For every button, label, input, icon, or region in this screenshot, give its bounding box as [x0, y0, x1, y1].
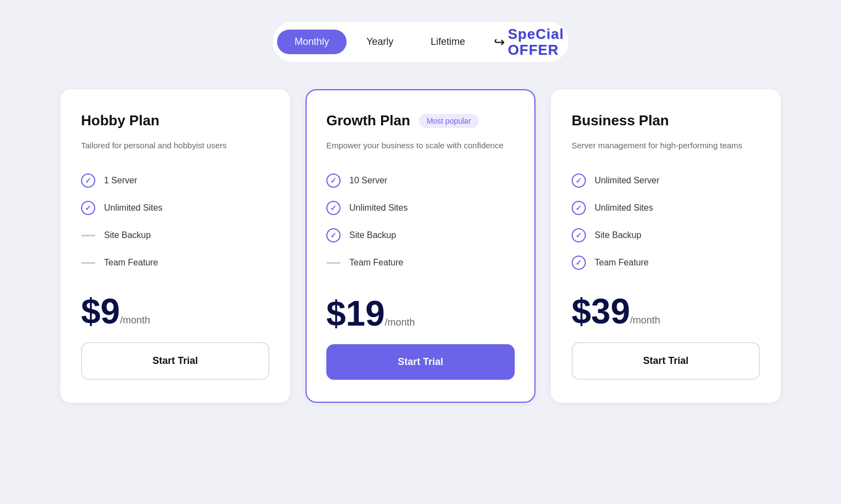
price-section-growth: $19/month [326, 296, 515, 331]
tab-yearly[interactable]: Yearly [349, 30, 411, 54]
plan-header-growth: Growth Plan Most popular [326, 112, 515, 129]
check-icon [81, 173, 95, 188]
feature-item: Site Backup [326, 222, 515, 249]
plan-name-hobby: Hobby Plan [81, 112, 159, 129]
most-popular-badge: Most popular [419, 114, 479, 128]
price-amount-growth: $19 [326, 294, 385, 333]
billing-toggle: Monthly Yearly Lifetime ↪ SpeCial OFFER [273, 22, 568, 62]
special-offer: ↪ SpeCial OFFER [494, 26, 564, 57]
check-icon [572, 201, 586, 215]
feature-label: Unlimited Sites [349, 203, 408, 213]
special-offer-text: SpeCial OFFER [508, 26, 564, 57]
tab-monthly[interactable]: Monthly [277, 30, 347, 54]
feature-label: 10 Server [349, 176, 387, 186]
feature-label: Unlimited Sites [595, 203, 653, 213]
feature-item: Team Feature [572, 249, 760, 276]
tab-lifetime[interactable]: Lifetime [413, 30, 483, 54]
plan-name-growth: Growth Plan [326, 112, 410, 129]
feature-item: Site Backup [81, 222, 269, 249]
plan-description-business: Server management for high-performing te… [572, 139, 760, 152]
price-amount-business: $39 [572, 292, 630, 331]
arrow-icon: ↪ [494, 34, 505, 50]
features-list-business: Unlimited Server Unlimited Sites Site Ba… [572, 167, 760, 276]
check-icon [326, 228, 341, 242]
price-section-business: $39/month [572, 294, 760, 329]
dash-icon [81, 256, 95, 270]
plan-header-hobby: Hobby Plan [81, 112, 269, 129]
feature-item: 10 Server [326, 167, 515, 194]
check-icon [81, 201, 95, 215]
plan-card-business: Business Plan Server management for high… [551, 89, 781, 403]
plan-description-growth: Empower your business to scale with conf… [326, 139, 515, 152]
features-list-hobby: 1 Server Unlimited Sites Site Backup [81, 167, 269, 276]
feature-label: Team Feature [349, 258, 404, 268]
check-icon [326, 201, 341, 215]
feature-item: Site Backup [572, 222, 760, 249]
plan-name-business: Business Plan [572, 112, 669, 129]
feature-label: Team Feature [104, 258, 158, 268]
price-amount-hobby: $9 [81, 292, 120, 331]
start-trial-button-business[interactable]: Start Trial [572, 342, 760, 380]
feature-item: Unlimited Sites [326, 194, 515, 222]
check-icon [326, 173, 341, 188]
features-list-growth: 10 Server Unlimited Sites Site Backup [326, 167, 515, 279]
price-period-hobby: /month [120, 315, 150, 326]
check-icon [572, 228, 586, 242]
check-icon [572, 173, 586, 188]
plan-card-hobby: Hobby Plan Tailored for personal and hob… [60, 89, 290, 403]
plans-container: Hobby Plan Tailored for personal and hob… [37, 89, 804, 403]
dash-icon [81, 228, 95, 242]
feature-label: 1 Server [104, 176, 137, 186]
feature-item: Team Feature [81, 249, 269, 276]
feature-label: Site Backup [595, 230, 641, 240]
feature-label: Unlimited Server [595, 176, 659, 186]
plan-description-hobby: Tailored for personal and hobbyist users [81, 139, 269, 152]
feature-item: Unlimited Sites [572, 194, 760, 222]
dash-icon [326, 256, 341, 270]
check-icon [572, 256, 586, 270]
plan-card-growth: Growth Plan Most popular Empower your bu… [306, 89, 535, 403]
feature-label: Unlimited Sites [104, 203, 163, 213]
price-section-hobby: $9/month [81, 294, 269, 329]
start-trial-button-hobby[interactable]: Start Trial [81, 342, 269, 380]
feature-label: Site Backup [349, 230, 396, 240]
price-period-business: /month [630, 315, 660, 326]
plan-header-business: Business Plan [572, 112, 760, 129]
feature-label: Team Feature [595, 258, 649, 268]
feature-label: Site Backup [104, 230, 151, 240]
feature-item: Unlimited Sites [81, 194, 269, 222]
feature-item: 1 Server [81, 167, 269, 194]
price-period-growth: /month [385, 317, 415, 328]
feature-item: Unlimited Server [572, 167, 760, 194]
start-trial-button-growth[interactable]: Start Trial [326, 344, 515, 380]
feature-item: Team Feature [326, 249, 515, 276]
